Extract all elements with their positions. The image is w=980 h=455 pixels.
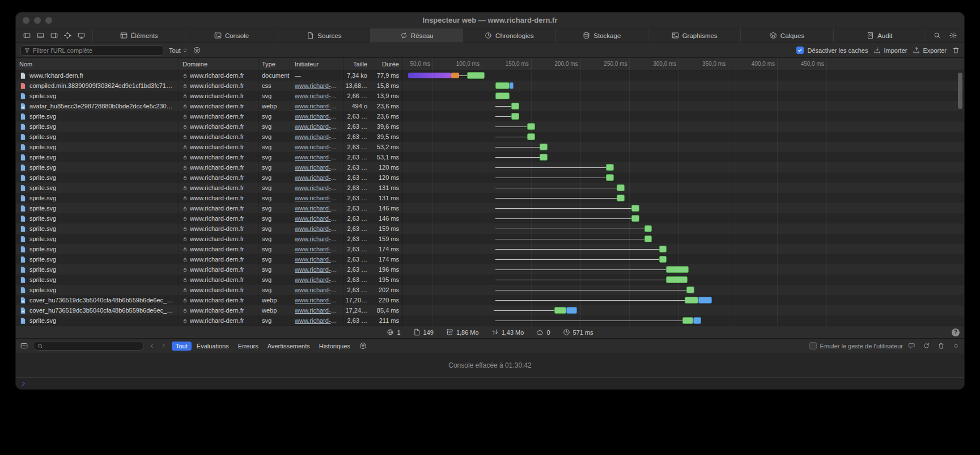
tab-elements[interactable]: Éléments [92, 28, 185, 43]
settings-button[interactable] [949, 32, 957, 39]
network-row[interactable]: sprite.svgwww.richard-dern.frsvgwww.rich… [16, 121, 964, 132]
request-initiator-link[interactable]: www.richard-d… [295, 144, 340, 150]
network-row[interactable]: sprite.svgwww.richard-dern.frsvgwww.rich… [16, 162, 964, 172]
resource-type-select[interactable]: Tout [169, 47, 188, 54]
network-row[interactable]: sprite.svgwww.richard-dern.frsvgwww.rich… [16, 193, 964, 203]
console-pane-icon[interactable] [20, 342, 28, 349]
network-row[interactable]: sprite.svgwww.richard-dern.frsvgwww.rich… [16, 285, 964, 295]
request-initiator-link[interactable]: www.richard-d… [295, 225, 340, 232]
network-row[interactable]: sprite.svgwww.richard-dern.frsvgwww.rich… [16, 264, 964, 275]
tab-storage[interactable]: Stockage [555, 28, 648, 43]
console-scope-evaluations[interactable]: Évaluations [193, 342, 233, 351]
request-initiator-link[interactable]: www.richard-d… [295, 174, 340, 181]
network-row[interactable]: cover_hu736519dc3b5040cfa48b6b559b6de6ec… [16, 305, 964, 315]
console-search-field[interactable] [33, 341, 144, 351]
console-messages-icon[interactable] [908, 342, 915, 349]
network-row[interactable]: sprite.svgwww.richard-dern.frsvgwww.rich… [16, 142, 964, 152]
network-row[interactable]: compiled.min.38390909f303624ed9e1cf1bd3f… [16, 81, 964, 91]
url-filter-field[interactable] [20, 45, 163, 56]
network-row[interactable]: sprite.svgwww.richard-dern.frsvgwww.rich… [16, 234, 964, 244]
tab-console[interactable]: Console [185, 28, 277, 43]
expand-console-icon[interactable] [952, 342, 960, 349]
request-initiator-link[interactable]: www.richard-d… [295, 276, 340, 283]
toggle-right-sidebar-button[interactable] [50, 32, 58, 39]
reload-icon[interactable] [923, 342, 930, 349]
column-header-duree[interactable]: Durée [371, 58, 403, 70]
column-header-taille[interactable]: Taille [343, 58, 371, 70]
disable-caches-checkbox[interactable] [796, 47, 804, 54]
console-scope-avertissements[interactable]: Avertissements [264, 342, 314, 351]
console-scope-tout[interactable]: Tout [172, 342, 192, 351]
clear-network-items-trash-icon[interactable] [952, 47, 960, 54]
disable-caches-toggle[interactable]: Désactiver les caches [796, 47, 868, 54]
console-search-input[interactable] [45, 343, 139, 349]
zoom-window-button[interactable] [45, 17, 52, 24]
network-row[interactable]: sprite.svgwww.richard-dern.frsvgwww.rich… [16, 213, 964, 224]
console-scope-historiques[interactable]: Historiques [315, 342, 354, 351]
console-filter-icon[interactable] [359, 342, 367, 349]
column-header-type[interactable]: Type [258, 58, 291, 70]
column-header-domaine[interactable]: Domaine [179, 58, 258, 70]
tab-sources[interactable]: Sources [278, 28, 370, 43]
toolbar-search-button[interactable] [934, 32, 941, 39]
column-header-nom[interactable]: Nom [16, 58, 179, 70]
network-row[interactable]: sprite.svgwww.richard-dern.frsvgwww.rich… [16, 254, 964, 264]
network-row[interactable]: sprite.svgwww.richard-dern.frsvgwww.rich… [16, 132, 964, 142]
network-row[interactable]: sprite.svgwww.richard-dern.frsvgwww.rich… [16, 183, 964, 193]
vertical-scrollbar[interactable] [958, 73, 962, 109]
request-initiator-link[interactable]: www.richard-d… [295, 266, 340, 273]
request-initiator-link[interactable]: www.richard-d… [295, 287, 340, 293]
next-result-button[interactable] [160, 343, 167, 349]
request-initiator-link[interactable]: www.richard-d… [295, 184, 340, 191]
network-row[interactable]: sprite.svgwww.richard-dern.frsvgwww.rich… [16, 275, 964, 285]
network-row[interactable]: sprite.svgwww.richard-dern.frsvgwww.rich… [16, 315, 964, 326]
network-row[interactable]: sprite.svgwww.richard-dern.frsvgwww.rich… [16, 91, 964, 101]
previous-result-button[interactable] [149, 343, 155, 349]
request-initiator-link[interactable]: www.richard-d… [295, 256, 340, 263]
tab-timelines[interactable]: Chronologies [463, 28, 555, 43]
request-initiator-link[interactable]: www.richard-d… [295, 92, 340, 99]
network-row[interactable]: avatar_hu85ecc3e298728880b0bde2dcc4e5c23… [16, 101, 964, 111]
emulate-user-gesture-checkbox[interactable] [809, 342, 817, 349]
toggle-left-sidebar-button[interactable] [23, 32, 31, 39]
console-prompt[interactable] [16, 378, 964, 389]
request-initiator-link[interactable]: www.richard-d… [295, 246, 340, 252]
tab-graphics[interactable]: Graphismes [648, 28, 740, 43]
element-picker-button[interactable] [64, 32, 71, 39]
request-initiator-link[interactable]: www.richard-d… [295, 103, 340, 109]
request-initiator-link[interactable]: www.richard-d… [295, 133, 340, 140]
network-row[interactable]: sprite.svgwww.richard-dern.frsvgwww.rich… [16, 203, 964, 213]
network-row[interactable]: cover_hu736519dc3b5040cfa48b6b559b6de6ec… [16, 295, 964, 305]
network-row[interactable]: sprite.svgwww.richard-dern.frsvgwww.rich… [16, 224, 964, 234]
url-filter-input[interactable] [33, 47, 159, 54]
request-initiator-link[interactable]: www.richard-d… [295, 164, 340, 171]
help-button[interactable]: ? [952, 328, 960, 336]
minimize-window-button[interactable] [34, 17, 41, 24]
request-initiator-link[interactable]: www.richard-d… [295, 235, 340, 242]
emulate-user-gesture-toggle[interactable]: Émuler le geste de l'utilisateur [809, 342, 903, 349]
clear-console-trash-icon[interactable] [937, 342, 945, 349]
toggle-bottom-panel-button[interactable] [37, 32, 44, 39]
request-initiator-link[interactable]: www.richard-d… [295, 307, 340, 314]
import-button[interactable]: Importer [873, 47, 907, 54]
request-initiator-link[interactable]: www.richard-d… [295, 113, 340, 120]
request-initiator-link[interactable]: www.richard-d… [295, 205, 340, 212]
network-row[interactable]: sprite.svgwww.richard-dern.frsvgwww.rich… [16, 111, 964, 121]
tab-network[interactable]: Réseau [370, 28, 463, 43]
request-initiator-link[interactable]: www.richard-d… [295, 154, 340, 161]
request-initiator-link[interactable]: www.richard-d… [295, 195, 340, 201]
request-initiator-link[interactable]: www.richard-d… [295, 297, 340, 304]
request-initiator-link[interactable]: www.richard-d… [295, 215, 340, 222]
filter-options-icon[interactable] [193, 47, 201, 54]
network-row[interactable]: www.richard-dern.frwww.richard-dern.frdo… [16, 70, 964, 81]
network-row[interactable]: sprite.svgwww.richard-dern.frsvgwww.rich… [16, 172, 964, 183]
request-initiator-link[interactable]: www.richard-d… [295, 123, 340, 130]
network-row[interactable]: sprite.svgwww.richard-dern.frsvgwww.rich… [16, 152, 964, 162]
console-scope-erreurs[interactable]: Erreurs [234, 342, 262, 351]
column-header-initiateur[interactable]: Initiateur [291, 58, 343, 70]
tab-layers[interactable]: Calques [740, 28, 833, 43]
request-initiator-link[interactable]: www.richard-d… [295, 317, 340, 324]
export-button[interactable]: Exporter [913, 47, 947, 54]
device-settings-button[interactable] [78, 32, 85, 39]
tab-audit[interactable]: Audit [833, 28, 926, 43]
